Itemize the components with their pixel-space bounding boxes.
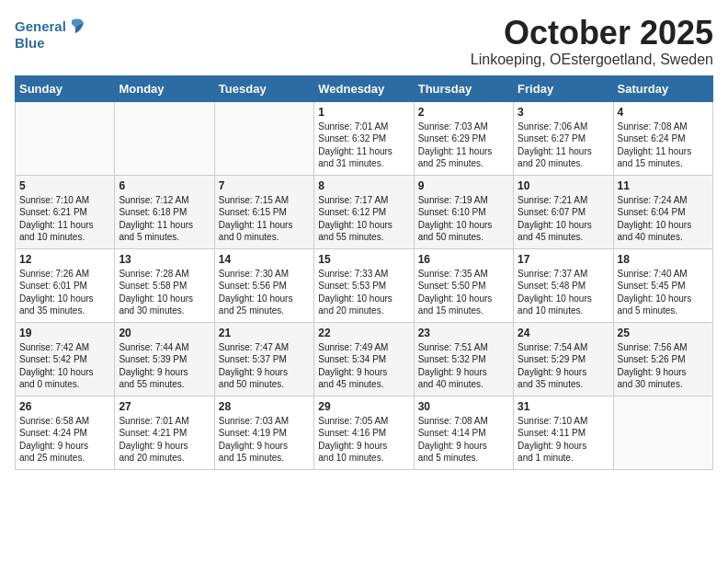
calendar-cell: 13Sunrise: 7:28 AM Sunset: 5:58 PM Dayli… (115, 248, 214, 322)
day-info: Sunrise: 7:54 AM Sunset: 5:29 PM Dayligh… (518, 341, 609, 391)
calendar-cell: 27Sunrise: 7:01 AM Sunset: 4:21 PM Dayli… (115, 396, 214, 469)
day-number: 7 (219, 179, 310, 192)
day-info: Sunrise: 7:01 AM Sunset: 6:32 PM Dayligh… (318, 121, 409, 170)
svg-text:General: General (15, 18, 66, 34)
calendar-cell (214, 101, 313, 175)
day-number: 8 (318, 179, 409, 192)
calendar-cell: 25Sunrise: 7:56 AM Sunset: 5:26 PM Dayli… (613, 322, 712, 396)
day-number: 26 (19, 400, 110, 413)
day-info: Sunrise: 7:30 AM Sunset: 5:56 PM Dayligh… (219, 268, 310, 317)
calendar-cell: 8Sunrise: 7:17 AM Sunset: 6:12 PM Daylig… (314, 175, 414, 248)
day-info: Sunrise: 7:33 AM Sunset: 5:53 PM Dayligh… (318, 268, 409, 317)
day-info: Sunrise: 7:03 AM Sunset: 6:29 PM Dayligh… (418, 121, 509, 170)
day-info: Sunrise: 7:44 AM Sunset: 5:39 PM Dayligh… (119, 341, 210, 391)
day-number: 23 (418, 327, 509, 339)
day-info: Sunrise: 7:40 AM Sunset: 5:45 PM Dayligh… (618, 268, 709, 317)
day-info: Sunrise: 7:17 AM Sunset: 6:12 PM Dayligh… (318, 194, 409, 244)
calendar-cell: 31Sunrise: 7:10 AM Sunset: 4:11 PM Dayli… (514, 396, 613, 469)
title-block: October 2025 Linkoeping, OEstergoetland,… (471, 15, 713, 68)
day-info: Sunrise: 7:08 AM Sunset: 6:24 PM Dayligh… (618, 121, 709, 170)
calendar-cell: 3Sunrise: 7:06 AM Sunset: 6:27 PM Daylig… (514, 101, 613, 175)
day-info: Sunrise: 7:51 AM Sunset: 5:32 PM Dayligh… (418, 341, 509, 391)
day-number: 12 (19, 253, 110, 266)
calendar-week-row: 12Sunrise: 7:26 AM Sunset: 6:01 PM Dayli… (16, 248, 713, 322)
day-number: 4 (618, 106, 709, 119)
calendar-cell: 1Sunrise: 7:01 AM Sunset: 6:32 PM Daylig… (314, 101, 414, 175)
day-info: Sunrise: 6:58 AM Sunset: 4:24 PM Dayligh… (19, 415, 110, 465)
day-number: 25 (618, 327, 709, 339)
day-info: Sunrise: 7:21 AM Sunset: 6:07 PM Dayligh… (518, 194, 609, 244)
calendar-cell: 22Sunrise: 7:49 AM Sunset: 5:34 PM Dayli… (314, 322, 414, 396)
day-number: 15 (318, 253, 409, 266)
day-number: 16 (418, 253, 509, 266)
day-info: Sunrise: 7:24 AM Sunset: 6:04 PM Dayligh… (618, 194, 709, 244)
calendar-week-row: 1Sunrise: 7:01 AM Sunset: 6:32 PM Daylig… (16, 101, 713, 175)
calendar-week-row: 26Sunrise: 6:58 AM Sunset: 4:24 PM Dayli… (16, 396, 713, 469)
day-info: Sunrise: 7:10 AM Sunset: 6:21 PM Dayligh… (19, 194, 110, 244)
calendar-cell: 26Sunrise: 6:58 AM Sunset: 4:24 PM Dayli… (16, 396, 115, 469)
day-info: Sunrise: 7:12 AM Sunset: 6:18 PM Dayligh… (119, 194, 210, 244)
column-header-tuesday: Tuesday (214, 75, 313, 101)
day-info: Sunrise: 7:28 AM Sunset: 5:58 PM Dayligh… (119, 268, 210, 317)
day-number: 24 (518, 327, 609, 339)
month-title: October 2025 (471, 15, 713, 52)
location-subtitle: Linkoeping, OEstergoetland, Sweden (471, 52, 713, 68)
calendar-cell: 11Sunrise: 7:24 AM Sunset: 6:04 PM Dayli… (613, 175, 712, 248)
calendar-table: SundayMondayTuesdayWednesdayThursdayFrid… (15, 75, 713, 470)
calendar-cell: 2Sunrise: 7:03 AM Sunset: 6:29 PM Daylig… (414, 101, 513, 175)
calendar-cell: 23Sunrise: 7:51 AM Sunset: 5:32 PM Dayli… (414, 322, 513, 396)
day-number: 18 (618, 253, 709, 266)
day-info: Sunrise: 7:10 AM Sunset: 4:11 PM Dayligh… (518, 415, 609, 465)
day-number: 21 (219, 327, 310, 339)
day-info: Sunrise: 7:15 AM Sunset: 6:15 PM Dayligh… (219, 194, 310, 244)
day-number: 5 (19, 179, 110, 192)
calendar-cell: 4Sunrise: 7:08 AM Sunset: 6:24 PM Daylig… (613, 101, 712, 175)
day-info: Sunrise: 7:37 AM Sunset: 5:48 PM Dayligh… (518, 268, 609, 317)
calendar-cell: 10Sunrise: 7:21 AM Sunset: 6:07 PM Dayli… (514, 175, 613, 248)
calendar-cell: 6Sunrise: 7:12 AM Sunset: 6:18 PM Daylig… (115, 175, 214, 248)
day-number: 19 (19, 327, 110, 339)
day-number: 6 (119, 179, 210, 192)
calendar-cell: 17Sunrise: 7:37 AM Sunset: 5:48 PM Dayli… (514, 248, 613, 322)
calendar-cell: 5Sunrise: 7:10 AM Sunset: 6:21 PM Daylig… (16, 175, 115, 248)
calendar-cell: 7Sunrise: 7:15 AM Sunset: 6:15 PM Daylig… (214, 175, 313, 248)
column-header-thursday: Thursday (414, 75, 513, 101)
day-number: 30 (418, 400, 509, 413)
day-number: 28 (219, 400, 310, 413)
day-info: Sunrise: 7:05 AM Sunset: 4:16 PM Dayligh… (318, 415, 409, 465)
calendar-cell: 15Sunrise: 7:33 AM Sunset: 5:53 PM Dayli… (314, 248, 414, 322)
day-number: 17 (518, 253, 609, 266)
day-number: 31 (518, 400, 609, 413)
calendar-header-row: SundayMondayTuesdayWednesdayThursdayFrid… (16, 75, 713, 101)
day-info: Sunrise: 7:26 AM Sunset: 6:01 PM Dayligh… (19, 268, 110, 317)
calendar-cell: 20Sunrise: 7:44 AM Sunset: 5:39 PM Dayli… (115, 322, 214, 396)
calendar-cell: 19Sunrise: 7:42 AM Sunset: 5:42 PM Dayli… (16, 322, 115, 396)
calendar-cell (115, 101, 214, 175)
calendar-cell: 30Sunrise: 7:08 AM Sunset: 4:14 PM Dayli… (414, 396, 513, 469)
calendar-cell: 16Sunrise: 7:35 AM Sunset: 5:50 PM Dayli… (414, 248, 513, 322)
calendar-cell: 18Sunrise: 7:40 AM Sunset: 5:45 PM Dayli… (613, 248, 712, 322)
column-header-sunday: Sunday (16, 75, 115, 101)
day-info: Sunrise: 7:42 AM Sunset: 5:42 PM Dayligh… (19, 341, 110, 391)
day-number: 3 (518, 106, 609, 119)
day-info: Sunrise: 7:19 AM Sunset: 6:10 PM Dayligh… (418, 194, 509, 244)
calendar-cell: 21Sunrise: 7:47 AM Sunset: 5:37 PM Dayli… (214, 322, 313, 396)
day-number: 29 (318, 400, 409, 413)
calendar-cell (613, 396, 712, 469)
calendar-cell: 24Sunrise: 7:54 AM Sunset: 5:29 PM Dayli… (514, 322, 613, 396)
day-number: 1 (318, 106, 409, 119)
day-number: 22 (318, 327, 409, 339)
column-header-wednesday: Wednesday (314, 75, 414, 101)
day-number: 20 (119, 327, 210, 339)
day-number: 2 (418, 106, 509, 119)
day-info: Sunrise: 7:35 AM Sunset: 5:50 PM Dayligh… (418, 268, 509, 317)
page-header: General Blue October 2025 Linkoeping, OE… (15, 15, 713, 68)
column-header-friday: Friday (514, 75, 613, 101)
svg-text:Blue: Blue (15, 35, 45, 51)
calendar-cell: 12Sunrise: 7:26 AM Sunset: 6:01 PM Dayli… (16, 248, 115, 322)
calendar-cell: 9Sunrise: 7:19 AM Sunset: 6:10 PM Daylig… (414, 175, 513, 248)
calendar-week-row: 5Sunrise: 7:10 AM Sunset: 6:21 PM Daylig… (16, 175, 713, 248)
calendar-cell: 29Sunrise: 7:05 AM Sunset: 4:16 PM Dayli… (314, 396, 414, 469)
day-info: Sunrise: 7:49 AM Sunset: 5:34 PM Dayligh… (318, 341, 409, 391)
day-info: Sunrise: 7:03 AM Sunset: 4:19 PM Dayligh… (219, 415, 310, 465)
